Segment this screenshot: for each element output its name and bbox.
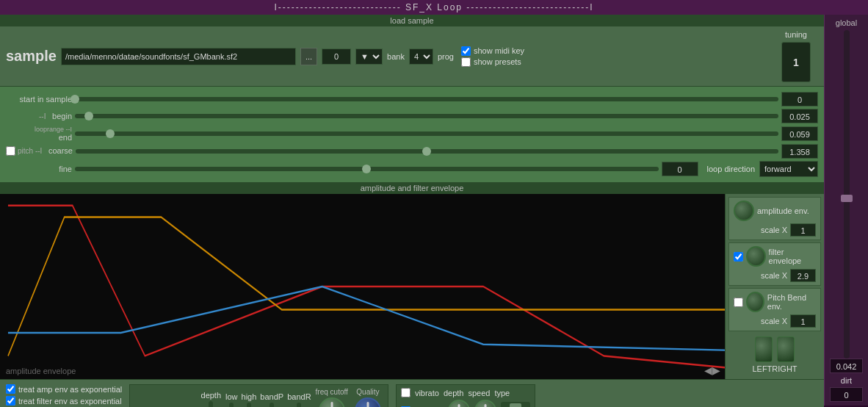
vibrato-top-row: vibrato depth speed type xyxy=(401,388,530,397)
vibrato-depth-label: depth xyxy=(444,389,464,397)
global-main-value: 0.042 xyxy=(830,359,863,373)
vibrato-type-slider[interactable] xyxy=(501,402,530,407)
vibrato-type-label: type xyxy=(494,389,510,397)
coarse-label: pitch --I coarse xyxy=(6,146,73,157)
global-label: global xyxy=(836,18,857,27)
envelope-expand-icon[interactable]: ◀▶ xyxy=(704,364,720,376)
sample-label: sample xyxy=(6,48,57,65)
bandp-slider-area: bandP xyxy=(260,392,283,407)
looprange-dash-label: --I xyxy=(39,112,50,120)
show-presets-label: show presets xyxy=(474,57,521,66)
pitch-checkbox[interactable] xyxy=(6,146,15,156)
amplitude-env-scale-row: scale X 1 xyxy=(734,223,816,237)
bandp-slider[interactable] xyxy=(270,403,274,407)
bottom-controls: treat amp env as exponential treat filte… xyxy=(0,379,824,407)
filter-env-header: filter envelope xyxy=(734,246,816,267)
freq-cutoff-area: freq cutoff 181i xyxy=(316,388,348,407)
left-knob[interactable] xyxy=(755,336,773,362)
browse-button[interactable]: ... xyxy=(300,48,317,65)
tuning-knob[interactable]: 1 xyxy=(781,42,811,82)
freq-cutoff-knob[interactable] xyxy=(319,397,345,407)
sample-path-input[interactable] xyxy=(61,48,296,65)
pitch-bend-label: Pitch Bend env. xyxy=(767,293,816,311)
tuning-value: 1 xyxy=(793,57,799,68)
start-in-sample-row: start in sample 0 xyxy=(6,92,818,107)
vibrato-bottom-row: fade in xyxy=(401,400,530,407)
depth-slider[interactable] xyxy=(209,401,213,408)
leftright-label: LEFTRIGHT xyxy=(752,364,797,373)
load-sample-section: load sample sample ... ▼ bank 4 prog xyxy=(0,15,824,87)
dirt-section: dirt 0 xyxy=(830,376,863,402)
envelope-label: amplitude envelope xyxy=(6,367,76,375)
end-slider[interactable] xyxy=(75,132,778,136)
tuning-area: tuning 1 xyxy=(781,30,811,82)
filter-env-knob[interactable] xyxy=(746,246,766,267)
amplitude-env-panel: amplitude env. scale X 1 xyxy=(728,197,821,240)
quality-knob[interactable] xyxy=(355,397,381,407)
start-in-sample-value: 0 xyxy=(781,92,818,107)
leftright-section: LEFTRIGHT xyxy=(728,334,821,376)
global-main-slider[interactable] xyxy=(844,30,850,359)
coarse-row: pitch --I coarse 1.358 xyxy=(6,144,818,159)
load-sample-header: load sample xyxy=(0,15,824,26)
vibrato-checkbox[interactable] xyxy=(401,388,411,397)
title-text: I---------------------------- SF_X Loop … xyxy=(274,2,593,12)
bank-label: bank xyxy=(387,52,405,61)
vibrato-depth-knob[interactable] xyxy=(448,400,470,407)
tuning-label: tuning xyxy=(785,30,807,39)
filter-env-label: filter envelope xyxy=(769,248,816,265)
bank-value-input[interactable] xyxy=(322,48,351,65)
loop-direction-dropdown[interactable]: forward backward ping-pong xyxy=(759,161,818,177)
end-label: looprange --I end xyxy=(6,126,72,142)
filter-scale-label: scale X xyxy=(761,271,787,280)
fine-slider[interactable] xyxy=(75,167,659,171)
start-in-sample-label: start in sample xyxy=(6,95,72,104)
coarse-slider[interactable] xyxy=(76,149,778,154)
treat-amp-exp-row: treat amp env as exponential xyxy=(6,384,122,394)
high-slider[interactable] xyxy=(247,403,251,407)
coarse-value: 1.358 xyxy=(781,144,818,159)
bandr-slider[interactable] xyxy=(297,403,301,407)
prog-dropdown[interactable]: 4 xyxy=(409,48,433,65)
sliders-section: start in sample 0 --I begin 0.025 xyxy=(0,87,824,182)
sample-row: sample ... ▼ bank 4 prog show midi key xyxy=(0,26,824,86)
fine-label: fine xyxy=(6,165,72,173)
end-row: looprange --I end 0.059 xyxy=(6,126,818,142)
pitch-bend-checkbox[interactable] xyxy=(734,298,743,307)
begin-value: 0.025 xyxy=(781,109,818,123)
vibrato-speed-knob[interactable] xyxy=(474,400,496,407)
high-label: high xyxy=(242,392,257,401)
envelope-display: amplitude envelope ◀▶ xyxy=(0,194,725,379)
vibrato-label: vibrato xyxy=(415,389,439,397)
amplitude-env-label: amplitude env. xyxy=(757,206,809,215)
loop-direction-area: loop direction forward backward ping-pon… xyxy=(707,161,818,177)
bandr-label: bandR xyxy=(287,392,311,401)
amplitude-env-knob[interactable] xyxy=(734,201,754,221)
filter-controls: activate filters depth low xyxy=(129,384,388,407)
begin-slider[interactable] xyxy=(75,114,778,118)
start-in-sample-slider[interactable] xyxy=(75,97,778,101)
bank-dropdown[interactable]: ▼ xyxy=(355,48,383,65)
filter-env-panel: filter envelope scale X 2.9 xyxy=(728,242,821,286)
freq-cutoff-label: freq cutoff xyxy=(316,388,348,396)
show-presets-checkbox[interactable] xyxy=(461,57,471,67)
dirt-value: 0 xyxy=(830,387,863,402)
right-env-panels: amplitude env. scale X 1 filter envelope xyxy=(725,194,824,379)
high-slider-area: high xyxy=(242,392,257,407)
global-panel: global 0.042 dirt 0 xyxy=(824,15,868,406)
begin-label: --I begin xyxy=(6,112,72,120)
depth-label: depth xyxy=(201,391,222,400)
treat-amp-exp-label: treat amp env as exponential xyxy=(18,385,122,394)
treat-filter-exp-row: treat filter env as exponential xyxy=(6,396,122,406)
low-slider-area: low xyxy=(225,392,238,407)
pitch-bend-knob[interactable] xyxy=(746,292,764,312)
low-slider[interactable] xyxy=(229,403,234,407)
filter-envelope-checkbox[interactable] xyxy=(734,252,743,262)
show-midi-key-checkbox[interactable] xyxy=(461,46,471,56)
right-knob[interactable] xyxy=(777,336,795,362)
dirt-label: dirt xyxy=(841,376,852,385)
vibrato-section: vibrato depth speed type fade in xyxy=(396,384,535,407)
treat-amp-exp-checkbox[interactable] xyxy=(6,384,15,394)
pitch-bend-scale-row: scale X 1 xyxy=(734,314,816,328)
treat-filter-exp-checkbox[interactable] xyxy=(6,396,15,406)
